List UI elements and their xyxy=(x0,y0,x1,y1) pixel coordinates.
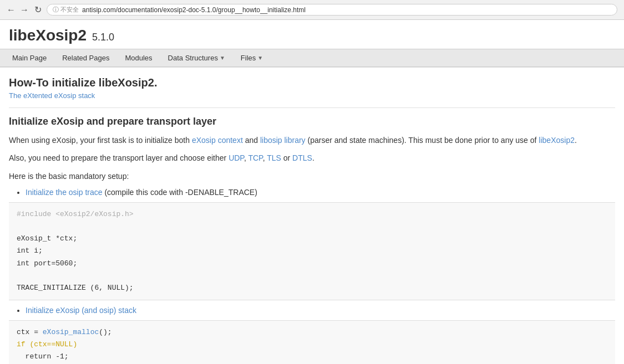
bullet-1-suffix: (compile this code with -DENABLE_TRACE) xyxy=(103,188,257,197)
link-exosip-context[interactable]: eXosip context xyxy=(192,136,243,145)
paragraph-1: When using eXosip, your first task is to… xyxy=(9,134,615,146)
nav-item-modules[interactable]: Modules xyxy=(117,49,160,66)
code-block-2: ctx = eXosip_malloc(); if (ctx==NULL) re… xyxy=(9,320,615,364)
data-structures-dropdown-arrow: ▼ xyxy=(220,55,225,61)
bullet-item-1: Initialize the osip trace (compile this … xyxy=(26,188,615,197)
code-line-ctx: eXosip_t *ctx; int i; int port=5060; TRA… xyxy=(17,234,134,291)
link-init-trace[interactable]: Initialize the osip trace xyxy=(26,188,103,197)
nav-item-main-page[interactable]: Main Page xyxy=(4,49,54,66)
url-text: antisip.com/documentation/exosip2-doc-5.… xyxy=(82,6,306,14)
link-udp[interactable]: UDP xyxy=(229,153,244,162)
bullet-list-1: Initialize the osip trace (compile this … xyxy=(26,188,615,197)
link-init-stack[interactable]: Initialize eXosip (and osip) stack xyxy=(26,306,136,315)
code-ctx-malloc: ctx = eXosip_malloc(); if (ctx==NULL) re… xyxy=(17,328,112,364)
page-title-block: How-To initialize libeXosip2. The eXtent… xyxy=(9,76,615,100)
nav-item-data-structures-label: Data Structures xyxy=(168,54,218,62)
section1-heading: Initialize eXosip and prepare transport … xyxy=(9,116,615,127)
link-libexosip2[interactable]: libeXosip2 xyxy=(539,136,575,145)
site-header: libeXosip2 5.1.0 xyxy=(0,20,624,49)
page-subtitle: The eXtented eXosip stack xyxy=(9,91,615,100)
main-area: How-To initialize libeXosip2. The eXtent… xyxy=(0,67,624,364)
link-tls[interactable]: TLS xyxy=(267,153,281,162)
back-button[interactable]: ← xyxy=(7,6,16,14)
nav-item-files-label: Files xyxy=(241,54,256,62)
page-content: libeXosip2 5.1.0 Main Page Related Pages… xyxy=(0,20,624,364)
files-dropdown-arrow: ▼ xyxy=(257,55,263,61)
link-dtls[interactable]: DTLS xyxy=(292,153,312,162)
site-title: libeXosip2 xyxy=(9,27,87,44)
paragraph-2: Also, you need to prepare the transport … xyxy=(9,152,615,164)
code-block-1: #include <eXosip2/eXosip.h> eXosip_t *ct… xyxy=(9,202,615,300)
nav-item-data-structures[interactable]: Data Structures ▼ xyxy=(160,49,233,66)
nav-item-files[interactable]: Files ▼ xyxy=(233,49,271,66)
forward-button[interactable]: → xyxy=(20,6,29,14)
link-libosip-library[interactable]: libosip library xyxy=(260,136,306,145)
address-bar[interactable]: ⓘ 不安全 antisip.com/documentation/exosip2-… xyxy=(47,4,617,16)
navigation: Main Page Related Pages Modules Data Str… xyxy=(0,49,624,67)
site-version: 5.1.0 xyxy=(92,32,114,43)
reload-button[interactable]: ↻ xyxy=(33,6,42,14)
code-include-line: #include <eXosip2/eXosip.h> xyxy=(17,210,134,218)
link-tcp[interactable]: TCP xyxy=(248,153,262,162)
paragraph-3: Here is the basic mandatory setup: xyxy=(9,170,615,182)
page-title: How-To initialize libeXosip2. xyxy=(9,76,615,89)
bullet-item-2: Initialize eXosip (and osip) stack xyxy=(26,306,615,315)
bullet-list-2: Initialize eXosip (and osip) stack xyxy=(26,306,615,315)
security-icon: ⓘ 不安全 xyxy=(53,6,79,14)
divider-1 xyxy=(9,107,615,108)
nav-item-related-pages[interactable]: Related Pages xyxy=(54,49,117,66)
browser-chrome: ← → ↻ ⓘ 不安全 antisip.com/documentation/ex… xyxy=(0,0,624,20)
